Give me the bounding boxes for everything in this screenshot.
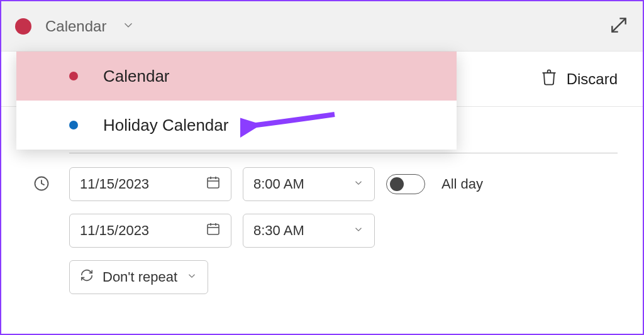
calendar-color-dot [69,72,78,80]
svg-rect-2 [208,178,219,188]
expand-icon[interactable] [609,15,629,38]
allday-toggle[interactable] [386,174,425,194]
chevron-down-icon [353,176,364,192]
calendar-dropdown: Calendar Holiday Calendar [16,52,457,150]
end-time-value: 8:30 AM [253,222,304,239]
svg-line-0 [612,18,625,31]
end-date-field[interactable]: 11/15/2023 [69,214,231,248]
calendar-icon [206,221,221,240]
start-time-value: 8:00 AM [253,176,304,192]
calendar-color-dot [69,121,78,129]
end-time-field[interactable]: 8:30 AM [243,214,375,248]
chevron-down-icon [186,269,197,285]
clock-icon [26,167,57,192]
calendar-icon [206,175,221,194]
calendar-color-dot [15,18,31,35]
discard-label: Discard [567,70,618,88]
discard-button[interactable]: Discard [540,69,618,90]
start-time-field[interactable]: 8:00 AM [243,167,375,201]
trash-icon [540,69,558,90]
header-bar: Calendar [1,1,643,52]
calendar-name-label[interactable]: Calendar [45,18,106,35]
start-date-field[interactable]: 11/15/2023 [69,167,231,201]
allday-label: All day [441,176,483,192]
repeat-label: Don't repeat [103,269,177,285]
repeat-icon [80,268,94,286]
start-date-value: 11/15/2023 [80,176,149,192]
dropdown-item-calendar[interactable]: Calendar [16,52,457,101]
dropdown-item-holiday-calendar[interactable]: Holiday Calendar [16,101,457,150]
chevron-down-icon[interactable] [121,18,135,35]
chevron-down-icon [353,222,364,239]
repeat-field[interactable]: Don't repeat [69,260,208,294]
dropdown-item-label: Holiday Calendar [103,116,228,135]
svg-rect-6 [208,224,219,234]
toggle-knob [390,177,404,191]
end-date-value: 11/15/2023 [80,222,149,239]
dropdown-item-label: Calendar [103,67,170,86]
